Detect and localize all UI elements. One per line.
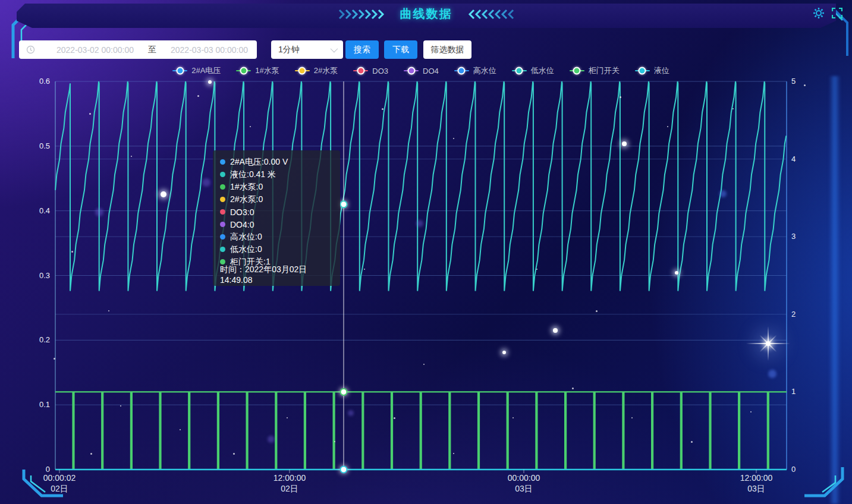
tooltip-series-dot [220,184,225,190]
tooltip-series-dot [220,159,225,165]
star-decoration [453,453,454,454]
bokeh-dot-decoration [202,178,210,187]
line-chart[interactable] [0,0,852,504]
y-left-tick-label: 0.4 [14,206,50,215]
tooltip-series-dot [220,197,225,202]
star-decoration [287,417,288,418]
tooltip-series-value: 低水位:0 [230,244,262,255]
star-decoration [108,310,109,311]
tooltip-row: 低水位:0 [220,243,333,256]
x-axis-time: 00:00:00 [491,472,557,483]
chart-tooltip: 2#A电压:0.00 V液位:0.41 米1#水泵:02#水泵:0DO3:0DO… [213,150,340,286]
y-left-tick-label: 0.6 [14,77,50,86]
tooltip-series-value: 高水位:0 [230,232,262,242]
bokeh-dot-decoration [268,436,275,443]
x-axis-tick-label: 00:00:0003日 [491,472,557,494]
bokeh-dot-decoration [95,208,103,216]
series-line-door-switch [55,392,787,470]
star-decoration [691,441,693,443]
tooltip-row: DO4:0 [220,218,333,231]
star-decoration [622,141,627,146]
x-axis-tick-label: 12:00:0003日 [724,472,789,494]
star-decoration [131,156,132,157]
y-right-tick-label: 2 [791,310,796,319]
star-decoration [553,328,558,333]
tooltip-series-value: 1#水泵:0 [230,182,263,193]
y-right-tick-label: 0 [791,465,796,474]
bokeh-dot-decoration [416,220,423,227]
star-decoration [364,269,365,270]
tooltip-series-value: 2#A电压:0.00 V [230,157,288,168]
tooltip-series-value: DO4:0 [230,220,254,229]
star-decoration [804,84,806,86]
x-axis-time: 00:00:02 [27,472,92,483]
bokeh-dot-decoration [768,370,776,378]
star-decoration [667,126,668,127]
star-decoration [513,417,514,418]
star-flare-decoration [766,341,771,346]
star-decoration [180,429,181,430]
star-decoration [208,80,212,84]
star-decoration [732,108,734,109]
star-decoration [453,138,454,139]
y-left-tick-label: 0.2 [14,335,50,344]
x-axis-day: 03日 [491,483,557,494]
tooltip-row: 1#水泵:0 [220,181,333,193]
star-decoration [536,269,537,270]
y-right-tick-label: 5 [791,77,796,86]
tooltip-series-value: 2#水泵:0 [230,194,263,205]
x-axis-day: 02日 [27,483,92,494]
star-decoration [233,453,235,455]
tooltip-row: 液位:0.41 米 [220,168,333,181]
y-right-tick-label: 1 [791,387,796,396]
tooltip-series-dot [220,222,225,227]
star-decoration [423,364,425,365]
y-right-tick-label: 4 [791,155,796,163]
tooltip-series-value: DO3:0 [230,207,254,217]
tooltip-timestamp: 时间：2022年03月02日 14:49.08 [220,268,333,281]
bokeh-dot-decoration [719,190,727,197]
star-decoration [54,358,55,360]
x-axis-tick-label: 00:00:0202日 [27,472,92,494]
tooltip-series-dot [220,234,225,240]
y-left-tick-label: 0.1 [14,400,50,409]
star-decoration [631,417,633,418]
star-decoration [334,441,335,442]
bokeh-dot-decoration [348,410,354,416]
x-axis-day: 03日 [724,483,789,494]
star-decoration [120,405,121,407]
x-axis-time: 12:00:00 [257,472,322,483]
y-left-tick-label: 0.5 [14,141,50,150]
tooltip-series-dot [220,247,225,252]
x-axis-time: 12:00:00 [724,472,789,483]
dashboard-root: 曲线数据 [0,0,852,504]
tooltip-series-dot [220,209,225,215]
tooltip-row: 高水位:0 [220,231,333,243]
y-right-tick-label: 3 [791,232,796,241]
crosshair-marker [341,389,347,395]
star-decoration [596,310,598,312]
star-decoration [572,388,574,389]
tooltip-row: DO3:0 [220,206,333,218]
star-decoration [675,271,678,275]
star-decoration [394,417,395,419]
tooltip-row: 2#A电压:0.00 V [220,156,333,168]
tooltip-row: 2#水泵:0 [220,193,333,206]
star-decoration [502,351,506,354]
crosshair-marker [341,201,347,207]
star-decoration [620,96,621,98]
tooltip-series-dot [220,172,225,177]
y-left-tick-label: 0.3 [14,271,50,280]
crosshair-marker [341,467,347,473]
x-axis-day: 02日 [257,483,322,494]
star-decoration [250,126,251,127]
series-line-liquid-level [55,81,786,291]
star-decoration [161,191,166,197]
star-decoration [382,108,383,110]
star-decoration [750,411,752,412]
star-decoration [197,95,199,97]
tooltip-series-value: 液位:0.41 米 [230,169,276,180]
star-decoration [90,453,92,455]
star-decoration [89,113,91,115]
x-axis-tick-label: 12:00:0002日 [257,472,322,494]
